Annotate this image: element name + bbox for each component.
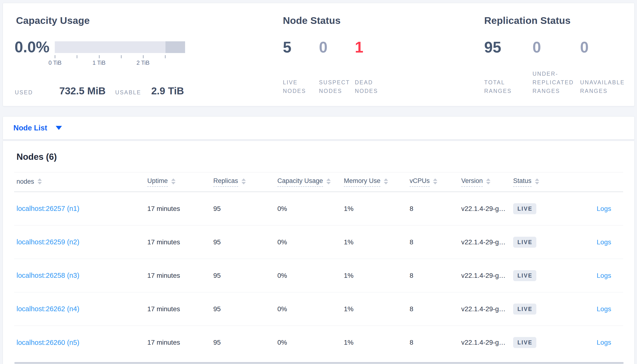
replicas-cell: 95 xyxy=(213,272,277,280)
nodes-table-header-row: nodes Uptime Replicas Capacity Usage Mem… xyxy=(14,172,623,192)
vcpus-cell: 8 xyxy=(410,238,461,246)
used-value: 732.5 MiB xyxy=(59,85,106,97)
capacity-used-usable-row: USED 732.5 MiB USABLE 2.9 TiB xyxy=(15,85,184,97)
replicas-cell: 95 xyxy=(213,205,277,212)
under-replicated-ranges-stat: 0 UNDER-REPLICATED RANGES xyxy=(532,39,580,95)
memory-cell: 1% xyxy=(344,238,410,246)
suspect-nodes-value: 0 xyxy=(319,39,355,56)
status-badge: LIVE xyxy=(513,337,536,348)
version-cell: v22.1.4-29-g… xyxy=(461,272,513,280)
node-link[interactable]: localhost:26262 (n4) xyxy=(17,305,79,313)
gauge-tick xyxy=(165,55,165,58)
vcpus-cell: 8 xyxy=(410,305,461,313)
table-row-node-3: localhost:26258 (n3) 17 minutes 95 0% 1%… xyxy=(14,259,623,292)
sort-icon[interactable] xyxy=(433,178,437,184)
table-row-node-2: localhost:26259 (n2) 17 minutes 95 0% 1%… xyxy=(14,226,623,259)
table-row-node-5: localhost:26260 (n5) 17 minutes 95 0% 1%… xyxy=(14,326,623,359)
sort-icon[interactable] xyxy=(384,178,388,184)
gauge-tick xyxy=(99,55,100,58)
column-header-uptime[interactable]: Uptime xyxy=(147,177,213,187)
capacity-cell: 0% xyxy=(277,205,344,212)
under-replicated-ranges-label: UNDER-REPLICATED RANGES xyxy=(532,70,580,95)
column-header-version[interactable]: Version xyxy=(461,177,513,187)
capacity-gauge-track xyxy=(55,41,185,53)
column-header-vcpus[interactable]: vCPUs xyxy=(410,177,461,187)
nodes-table: Nodes (6) nodes Uptime Replicas Capacity… xyxy=(14,141,623,359)
capacity-cell: 0% xyxy=(277,272,344,280)
gauge-tick xyxy=(143,55,143,58)
node-link[interactable]: localhost:26257 (n1) xyxy=(17,205,79,212)
chevron-down-icon xyxy=(56,126,62,130)
replicas-cell: 95 xyxy=(213,339,277,346)
gauge-tick xyxy=(77,55,77,58)
gauge-tick-label: 0 TiB xyxy=(49,60,62,66)
replication-status-stats: 95 TOTAL RANGES 0 UNDER-REPLICATED RANGE… xyxy=(484,39,633,95)
capacity-cell: 0% xyxy=(277,305,344,313)
gauge-tick xyxy=(55,55,55,58)
logs-link[interactable]: Logs xyxy=(596,238,611,246)
horizontal-scrollbar[interactable] xyxy=(14,362,623,364)
suspect-nodes-stat: 0 SUSPECT NODES xyxy=(319,39,355,95)
column-header-capacity-usage[interactable]: Capacity Usage xyxy=(277,177,344,187)
column-header-memory-use[interactable]: Memory Use xyxy=(344,177,410,187)
usable-value: 2.9 TiB xyxy=(151,85,184,97)
node-link[interactable]: localhost:26260 (n5) xyxy=(17,339,79,346)
vcpus-cell: 8 xyxy=(410,272,461,280)
node-list-dropdown-label: Node List xyxy=(14,124,47,132)
status-badge: LIVE xyxy=(513,237,536,248)
memory-cell: 1% xyxy=(344,272,410,280)
dead-nodes-stat: 1 DEAD NODES xyxy=(355,39,393,95)
gauge-tick-label: 1 TiB xyxy=(93,60,106,66)
node-link[interactable]: localhost:26259 (n2) xyxy=(17,238,79,246)
node-link[interactable]: localhost:26258 (n3) xyxy=(17,272,79,279)
node-status-section: Node Status 5 LIVE NODES 0 SUSPECT NODES… xyxy=(280,15,393,95)
logs-link[interactable]: Logs xyxy=(596,272,611,279)
vcpus-cell: 8 xyxy=(410,205,461,212)
unavailable-ranges-value: 0 xyxy=(580,39,633,56)
uptime-cell: 17 minutes xyxy=(147,238,213,246)
capacity-cell: 0% xyxy=(277,238,344,246)
live-nodes-label: LIVE NODES xyxy=(283,78,319,95)
version-cell: v22.1.4-29-g… xyxy=(461,305,513,313)
column-header-replicas[interactable]: Replicas xyxy=(213,177,277,187)
sort-icon[interactable] xyxy=(327,178,331,184)
table-row-node-1: localhost:26257 (n1) 17 minutes 95 0% 1%… xyxy=(14,192,623,226)
sort-icon[interactable] xyxy=(241,178,246,184)
capacity-usage-title: Capacity Usage xyxy=(16,15,205,26)
replication-status-title: Replication Status xyxy=(484,15,633,26)
dead-nodes-value: 1 xyxy=(355,39,393,56)
nodes-table-title: Nodes (6) xyxy=(14,141,623,172)
unavailable-ranges-stat: 0 UNAVAILABLE RANGES xyxy=(580,39,633,95)
live-nodes-stat: 5 LIVE NODES xyxy=(283,39,319,95)
uptime-cell: 17 minutes xyxy=(147,205,213,212)
usable-label: USABLE xyxy=(115,89,141,96)
sort-icon[interactable] xyxy=(486,178,490,184)
replication-status-section: Replication Status 95 TOTAL RANGES 0 UND… xyxy=(482,15,633,95)
total-ranges-label: TOTAL RANGES xyxy=(484,78,532,95)
logs-link[interactable]: Logs xyxy=(596,339,611,346)
uptime-cell: 17 minutes xyxy=(147,305,213,313)
sort-icon[interactable] xyxy=(535,178,539,184)
status-badge: LIVE xyxy=(513,270,536,281)
replicas-cell: 95 xyxy=(213,238,277,246)
live-nodes-value: 5 xyxy=(283,39,319,56)
table-row-node-4: localhost:26262 (n4) 17 minutes 95 0% 1%… xyxy=(14,292,623,326)
dead-nodes-label: DEAD NODES xyxy=(355,78,393,95)
total-ranges-value: 95 xyxy=(484,39,532,56)
capacity-gauge-reserved-segment xyxy=(165,41,185,53)
memory-cell: 1% xyxy=(344,205,410,212)
used-label: USED xyxy=(15,89,33,96)
vcpus-cell: 8 xyxy=(410,339,461,346)
replicas-cell: 95 xyxy=(213,305,277,313)
nodes-table-card: Nodes (6) nodes Uptime Replicas Capacity… xyxy=(3,141,634,364)
logs-link[interactable]: Logs xyxy=(596,205,611,212)
capacity-usage-section: Capacity Usage 0.0% 0 TiB 1 TiB 2 TiB US… xyxy=(14,15,205,101)
column-header-status[interactable]: Status xyxy=(513,177,575,187)
node-list-dropdown[interactable]: Node List xyxy=(3,116,634,139)
memory-cell: 1% xyxy=(344,305,410,313)
logs-link[interactable]: Logs xyxy=(596,305,611,313)
capacity-gauge: 0.0% 0 TiB 1 TiB 2 TiB xyxy=(15,39,185,56)
column-header-nodes[interactable]: nodes xyxy=(14,178,147,186)
sort-icon[interactable] xyxy=(171,178,175,184)
sort-icon[interactable] xyxy=(38,178,42,184)
